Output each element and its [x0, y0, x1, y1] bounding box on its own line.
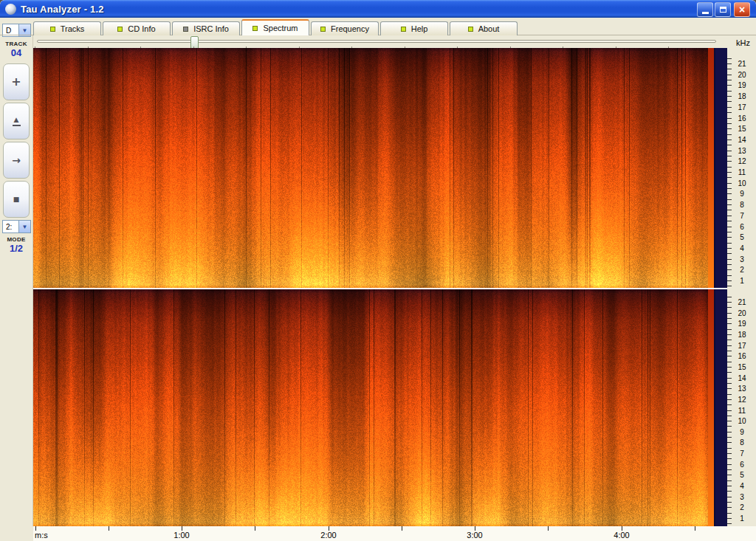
frequency-tick [727, 453, 732, 454]
frequency-tick [727, 193, 732, 194]
frequency-tick [727, 227, 732, 227]
tab-status-icon [468, 27, 473, 32]
frequency-label: 2 [733, 503, 751, 511]
stop-button[interactable]: ■ [3, 181, 30, 218]
frequency-tick [727, 216, 732, 216]
frequency-tick [727, 275, 732, 276]
position-slider[interactable] [33, 35, 727, 49]
frequency-tick [727, 502, 732, 503]
tab-frequency[interactable]: Frequency [311, 21, 379, 35]
tab-isrc-info[interactable]: ISRC Info [172, 21, 240, 35]
frequency-tick [727, 156, 732, 156]
frequency-label: 21 [733, 298, 751, 306]
frequency-tick [727, 134, 732, 135]
frequency-tick [727, 340, 732, 340]
frequency-label: 15 [733, 363, 751, 371]
frequency-tick [727, 378, 732, 379]
tab-label: Spectrum [263, 24, 298, 32]
frequency-tick [727, 123, 732, 124]
tab-spectrum[interactable]: Spectrum [241, 19, 309, 35]
tab-about[interactable]: About [450, 21, 518, 35]
frequency-label: 19 [733, 320, 751, 328]
frequency-tick [727, 469, 732, 470]
frequency-tick [727, 269, 732, 270]
next-button[interactable]: → [3, 142, 30, 179]
frequency-tick [727, 243, 732, 244]
frequency-tick [727, 367, 732, 368]
frequency-tick [727, 302, 732, 303]
plus-button[interactable]: + [3, 63, 30, 100]
frequency-label: 7 [733, 449, 751, 458]
eject-icon: ▲ [14, 117, 19, 123]
frequency-tick [727, 475, 732, 475]
time-tick [402, 526, 402, 531]
frequency-label: 7 [733, 212, 751, 220]
frequency-label: 12 [733, 396, 751, 404]
frequency-tick [727, 518, 732, 519]
frequency-tick [727, 199, 732, 200]
frequency-label: 5 [733, 233, 751, 241]
tab-status-icon [252, 26, 258, 31]
frequency-tick [727, 497, 732, 497]
frequency-tick [727, 448, 732, 449]
frequency-tick [727, 286, 732, 286]
frequency-tick [727, 118, 732, 119]
time-tick [255, 526, 255, 531]
frequency-label: 2 [733, 266, 751, 274]
minimize-icon [702, 12, 709, 14]
frequency-tick [727, 458, 732, 459]
frequency-tick [727, 486, 732, 486]
spectrogram-right-channel [33, 289, 727, 526]
tab-status-icon [117, 27, 123, 32]
close-button[interactable]: × [734, 2, 750, 17]
frequency-label: 1 [733, 514, 751, 523]
frequency-tick [727, 145, 732, 145]
restore-button[interactable] [715, 2, 731, 17]
chevron-down-icon[interactable]: ▼ [18, 221, 30, 232]
mode-select[interactable]: 2: ▼ [2, 220, 31, 233]
titlebar[interactable]: Tau Analyzer - 1.2 × [0, 0, 756, 18]
frequency-tick [727, 259, 732, 260]
tab-help[interactable]: Help [380, 21, 448, 35]
slider-track[interactable] [37, 40, 716, 43]
tab-label: Tracks [61, 24, 85, 33]
frequency-tick [727, 151, 732, 151]
frequency-label: 8 [733, 201, 751, 209]
minimize-button[interactable] [697, 2, 713, 17]
frequency-label: 1 [733, 277, 751, 285]
time-tick [109, 526, 109, 531]
time-tick [548, 526, 549, 531]
eject-button[interactable]: ▲ [3, 103, 30, 139]
time-label: 4:00 [607, 531, 636, 540]
frequency-tick [727, 464, 732, 465]
mode-select-value: 2: [3, 223, 18, 231]
frequency-tick [727, 318, 732, 319]
frequency-label: 4 [733, 482, 751, 490]
frequency-tick [727, 221, 732, 221]
frequency-tick [727, 96, 732, 97]
drive-select-value: D [3, 27, 18, 35]
frequency-tick [727, 253, 732, 254]
frequency-tick [727, 264, 732, 265]
frequency-label: 12 [733, 157, 751, 165]
frequency-tick [727, 345, 732, 346]
frequency-tick [727, 232, 732, 232]
frequency-label: 6 [733, 461, 751, 469]
tab-tracks[interactable]: Tracks [33, 21, 101, 35]
time-label: 2:00 [314, 531, 343, 540]
frequency-tick [727, 372, 732, 373]
track-label: TRACK [0, 41, 32, 47]
frequency-label: 21 [733, 60, 751, 68]
frequency-tick [727, 362, 732, 362]
frequency-tick [727, 334, 732, 335]
frequency-tick [727, 388, 732, 389]
frequency-tick [727, 139, 732, 140]
frequency-label: 9 [733, 190, 751, 198]
frequency-tick [727, 399, 732, 400]
frequency-label: 3 [733, 493, 751, 501]
frequency-tick [727, 410, 732, 411]
frequency-label: 10 [733, 417, 751, 425]
tab-cd-info[interactable]: CD Info [103, 21, 171, 35]
frequency-label: 20 [733, 71, 751, 79]
tab-status-icon [50, 27, 55, 32]
